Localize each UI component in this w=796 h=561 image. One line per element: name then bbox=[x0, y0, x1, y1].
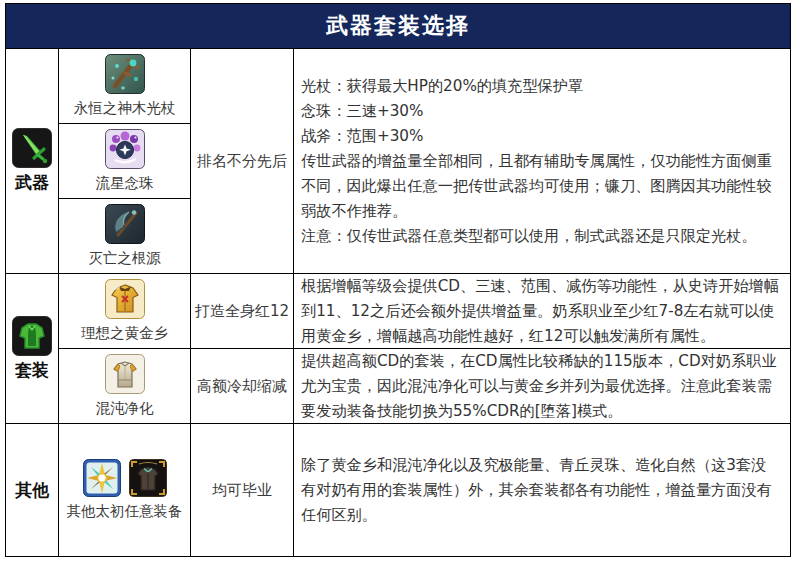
note-cell-white-armor: 高额冷却缩减 bbox=[191, 349, 293, 423]
item-cell-staff: 永恒之神木光杖 bbox=[59, 49, 190, 123]
note-cell-weapon: 排名不分先后 bbox=[191, 49, 293, 273]
note-label-weapon: 排名不分先后 bbox=[197, 152, 287, 171]
white-armor-item-icon bbox=[105, 354, 145, 394]
other-icons-row bbox=[83, 459, 167, 497]
item-label-beads: 流星念珠 bbox=[96, 174, 154, 193]
description-text-other: 除了黄金乡和混沌净化以及究极能量、青丘灵珠、造化自然（这3套没有对奶有用的套装属… bbox=[301, 453, 780, 528]
table-grid: 武器 永恒之神木光杖 bbox=[6, 48, 790, 556]
description-cell-other: 除了黄金乡和混沌净化以及究极能量、青丘灵珠、造化自然（这3套没有对奶有用的套装属… bbox=[294, 424, 790, 556]
sword-icon bbox=[12, 128, 52, 168]
category-cell-weapon: 武器 bbox=[6, 49, 58, 273]
note-cell-other: 均可毕业 bbox=[191, 424, 293, 556]
category-label-set: 套装 bbox=[15, 359, 49, 382]
staff-item-icon bbox=[105, 54, 145, 94]
item-cell-axe: 灭亡之根源 bbox=[59, 199, 190, 273]
note-label-other: 均可毕业 bbox=[212, 481, 272, 500]
note-label-gold-armor: 打造全身红12 bbox=[195, 302, 289, 321]
item-label-other: 其他太初任意装备 bbox=[67, 502, 183, 521]
axe-item-icon bbox=[105, 204, 145, 244]
item-cell-white-armor: 混沌净化 bbox=[59, 349, 190, 423]
description-cell-gold-armor: 根据增幅等级会提供CD、三速、范围、减伤等功能性，从史诗开始增幅到11、12之后… bbox=[294, 274, 790, 348]
description-text-gold-armor: 根据增幅等级会提供CD、三速、范围、减伤等功能性，从史诗开始增幅到11、12之后… bbox=[301, 274, 780, 348]
equipment-guide-table: 武器套装选择 武器 bbox=[5, 3, 791, 557]
category-label-other: 其他 bbox=[15, 479, 49, 502]
description-text-white-armor: 提供超高额CD的套装，在CD属性比较稀缺的115版本，CD对奶系职业尤为宝贵，因… bbox=[301, 349, 780, 423]
note-cell-gold-armor: 打造全身红12 bbox=[191, 274, 293, 348]
description-cell-white-armor: 提供超高额CD的套装，在CD属性比较稀缺的115版本，CD对奶系职业尤为宝贵，因… bbox=[294, 349, 790, 423]
page-title: 武器套装选择 bbox=[326, 11, 470, 41]
item-cell-beads: 流星念珠 bbox=[59, 124, 190, 198]
item-cell-gold-armor: 理想之黄金乡 bbox=[59, 274, 190, 348]
description-text-weapon: 光杖：获得最大HP的20%的填充型保护罩 念珠：三速+30% 战斧：范围+30%… bbox=[301, 74, 780, 249]
armor-icon bbox=[12, 316, 52, 356]
item-label-staff: 永恒之神木光杖 bbox=[74, 99, 176, 118]
gold-armor-item-icon bbox=[105, 279, 145, 319]
beads-item-icon bbox=[105, 129, 145, 169]
item-cell-other: 其他太初任意装备 bbox=[59, 424, 190, 556]
category-cell-set: 套装 bbox=[6, 274, 58, 423]
burst-item-icon bbox=[83, 459, 121, 497]
item-label-white-armor: 混沌净化 bbox=[96, 399, 154, 418]
table-title-bar: 武器套装选择 bbox=[6, 4, 790, 48]
item-label-axe: 灭亡之根源 bbox=[88, 249, 161, 268]
dark-armor-item-icon bbox=[129, 459, 167, 497]
item-label-gold-armor: 理想之黄金乡 bbox=[81, 324, 168, 343]
description-cell-weapon: 光杖：获得最大HP的20%的填充型保护罩 念珠：三速+30% 战斧：范围+30%… bbox=[294, 49, 790, 273]
category-cell-other: 其他 bbox=[6, 424, 58, 556]
note-label-white-armor: 高额冷却缩减 bbox=[197, 377, 287, 396]
category-label-weapon: 武器 bbox=[15, 171, 49, 194]
